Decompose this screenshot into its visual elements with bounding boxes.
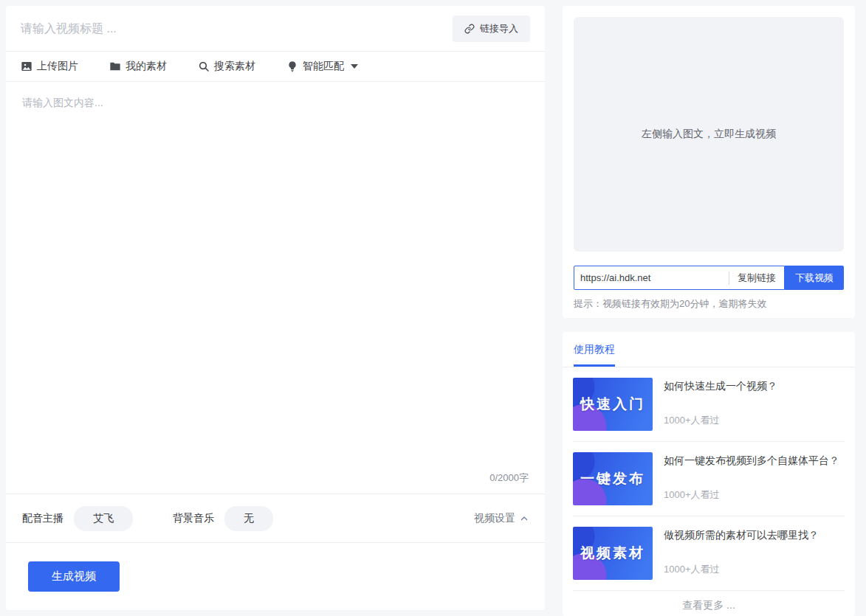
tutorial-thumbnail: 一键发布 — [573, 452, 653, 505]
search-icon — [198, 60, 210, 72]
link-icon — [464, 24, 475, 34]
bg-music-select[interactable]: 无 — [224, 506, 273, 531]
tutorial-title: 如何一键发布视频到多个自媒体平台？ — [664, 454, 845, 468]
video-link-row: 复制链接 下载视频 — [574, 266, 844, 290]
content-editor-area: 0/2000字 — [6, 82, 545, 494]
my-materials-button[interactable]: 我的素材 — [109, 60, 167, 73]
tutorial-thumbnail: 视频素材 — [573, 527, 653, 580]
video-title-input[interactable] — [21, 22, 453, 35]
bg-music-label: 背景音乐 — [173, 512, 214, 525]
voice-anchor-select[interactable]: 艾飞 — [74, 506, 133, 531]
video-link-input-wrap: 复制链接 — [574, 266, 785, 290]
download-video-button[interactable]: 下载视频 — [785, 266, 844, 290]
preview-placeholder-text: 左侧输入图文，立即生成视频 — [642, 128, 776, 141]
my-materials-label: 我的素材 — [126, 60, 167, 73]
upload-image-button[interactable]: 上传图片 — [21, 60, 78, 73]
generate-footer: 生成视频 — [6, 542, 545, 610]
image-icon — [21, 60, 32, 72]
char-count: 0/2000字 — [489, 471, 529, 485]
settings-row: 配音主播 艾飞 背景音乐 无 视频设置 — [6, 494, 545, 542]
tutorial-panel: 使用教程 快速入门 如何快速生成一个视频？ 1000+人看过 一键发布 如何一键… — [563, 332, 855, 616]
link-expiry-tip: 提示：视频链接有效期为20分钟，逾期将失效 — [574, 297, 844, 311]
smart-match-dropdown[interactable]: 智能匹配 — [286, 60, 358, 73]
content-input[interactable] — [6, 82, 545, 467]
tutorial-item[interactable]: 视频素材 做视频所需的素材可以去哪里找？ 1000+人看过 — [563, 516, 855, 590]
video-preview-box: 左侧输入图文，立即生成视频 — [574, 17, 844, 252]
chevron-up-icon — [520, 514, 529, 523]
smart-match-label: 智能匹配 — [303, 60, 344, 73]
video-settings-toggle[interactable]: 视频设置 — [474, 512, 529, 525]
upload-image-label: 上传图片 — [37, 60, 78, 73]
editor-toolbar: 上传图片 我的素材 搜索素材 智能匹配 — [6, 52, 545, 82]
tutorial-item[interactable]: 一键发布 如何一键发布视频到多个自媒体平台？ 1000+人看过 — [563, 442, 855, 516]
tutorial-title: 如何快速生成一个视频？ — [664, 380, 845, 393]
voice-anchor-label: 配音主播 — [22, 512, 63, 525]
view-more-button[interactable]: 查看更多 ... — [563, 591, 855, 616]
video-settings-label: 视频设置 — [474, 512, 515, 525]
tutorial-view-count: 1000+人看过 — [664, 414, 845, 427]
link-import-label: 链接导入 — [480, 22, 518, 35]
editor-panel: 链接导入 上传图片 我的素材 搜索素材 — [6, 6, 545, 610]
lightbulb-icon — [286, 60, 298, 72]
tutorial-view-count: 1000+人看过 — [664, 563, 845, 576]
folder-icon — [109, 60, 121, 72]
video-preview-panel: 左侧输入图文，立即生成视频 复制链接 下载视频 提示：视频链接有效期为20分钟，… — [563, 6, 855, 318]
link-import-button[interactable]: 链接导入 — [453, 15, 530, 42]
tutorial-thumbnail: 快速入门 — [573, 378, 653, 431]
chevron-down-icon — [351, 64, 358, 69]
generate-video-button[interactable]: 生成视频 — [28, 561, 120, 592]
tutorial-title: 做视频所需的素材可以去哪里找？ — [664, 529, 845, 542]
copy-link-button[interactable]: 复制链接 — [729, 271, 784, 285]
tutorial-tab-header: 使用教程 — [563, 332, 855, 367]
video-link-input[interactable] — [574, 272, 729, 283]
tab-tutorials[interactable]: 使用教程 — [574, 343, 615, 367]
tutorial-item[interactable]: 快速入门 如何快速生成一个视频？ 1000+人看过 — [563, 367, 855, 441]
search-materials-button[interactable]: 搜索素材 — [198, 60, 255, 73]
search-materials-label: 搜索素材 — [214, 60, 255, 73]
tutorial-view-count: 1000+人看过 — [664, 488, 845, 502]
title-row: 链接导入 — [6, 6, 545, 52]
